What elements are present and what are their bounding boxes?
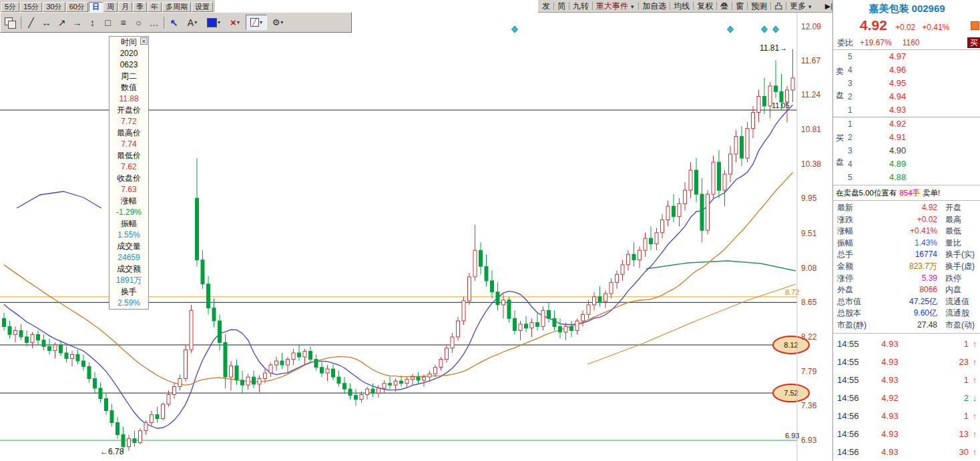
vertical-line-tool[interactable]: ↕	[85, 15, 100, 30]
rectangle-tool[interactable]: □	[100, 15, 115, 30]
chart-tool-预测[interactable]: 预测	[748, 1, 770, 12]
bid-row-4[interactable]: 44.89	[833, 157, 980, 171]
chart-tool-窗[interactable]: 窗	[733, 1, 746, 12]
stat-value: 9.60亿	[872, 308, 937, 320]
period-button-5分[interactable]: 5分	[1, 2, 19, 12]
down-arrow-icon: ↓	[969, 389, 980, 407]
trend-line-tool[interactable]: ╱	[23, 15, 39, 30]
period-button-设置[interactable]: 设置	[192, 2, 213, 12]
level-number: 1	[848, 103, 863, 117]
svg-text:9.51: 9.51	[801, 229, 817, 238]
tick-time: 14:56	[833, 407, 871, 425]
bid-row-1[interactable]: 14.92	[833, 117, 980, 131]
pin-icon[interactable]	[971, 21, 979, 30]
candle-data-tooltip[interactable]: × 时间20200623周二数值11.88开盘价7.72最高价7.74最低价7.…	[109, 36, 149, 310]
stat-value: +0.02	[872, 214, 937, 226]
chevron-down-icon: ▾	[280, 19, 283, 25]
tooltip-line: 周二	[109, 71, 148, 82]
tooltip-line: 2020	[109, 48, 148, 59]
cursor-tool[interactable]: ↖	[166, 15, 182, 30]
period-button-15分[interactable]: 15分	[20, 2, 42, 12]
close-icon[interactable]: ×	[140, 37, 148, 45]
divider	[638, 2, 639, 10]
ask-row-1[interactable]: 14.93	[833, 103, 980, 117]
buy-button[interactable]: 买	[967, 37, 980, 48]
draw-mode-button[interactable]: ╱ ▾	[246, 15, 267, 30]
bid-price: 4.88	[889, 171, 906, 184]
ask-row-2[interactable]: 24.94	[833, 90, 980, 103]
settings-button[interactable]: ⚙ ▾	[267, 15, 288, 30]
divider	[592, 2, 593, 10]
tick-row: 14:564.922↓	[833, 389, 980, 407]
level-number: 2	[848, 131, 863, 144]
stat-label: 市盈(静)	[833, 320, 872, 332]
ask-price: 4.96	[889, 63, 906, 77]
tooltip-line: 2.59%	[109, 298, 148, 309]
parallel-lines-tool[interactable]: ≡	[115, 15, 131, 30]
ask-row-5[interactable]: 54.97	[833, 50, 980, 63]
arrow-line-tool[interactable]: →	[69, 15, 85, 30]
period-button-30分[interactable]: 30分	[43, 2, 65, 12]
period-button-周[interactable]: 周	[103, 2, 117, 12]
period-button-多周期[interactable]: 多周期	[162, 2, 191, 12]
bid-row-2[interactable]: 24.91	[833, 131, 980, 144]
ask-row-4[interactable]: 44.96	[833, 63, 980, 77]
bid-row-5[interactable]: 54.88	[833, 171, 980, 184]
chevron-down-icon: ▾	[218, 19, 220, 25]
period-button-月[interactable]: 月	[118, 2, 132, 12]
stat-label-right: 跌停	[937, 273, 961, 285]
chart-tool-简[interactable]: 简	[555, 1, 568, 12]
tooltip-line: 7.62	[109, 161, 148, 173]
price-row: 4.92 +0.02 +0.41%	[833, 17, 980, 36]
ellipse-tool[interactable]: ○	[131, 15, 146, 30]
up-arrow-icon: ↑	[969, 353, 980, 371]
divider	[747, 2, 748, 10]
tick-time: 14:55	[833, 335, 871, 353]
period-button-日[interactable]: 日	[89, 2, 103, 12]
ask-price: 4.94	[889, 90, 906, 103]
tooltip-line: 最高价	[109, 127, 148, 139]
stock-code: 002969	[912, 3, 945, 14]
svg-text:8.12: 8.12	[784, 341, 798, 349]
level-number: 3	[848, 77, 863, 90]
chart-tool-重大事件[interactable]: 重大事件 ▼	[593, 1, 638, 12]
ask-row-3[interactable]: 34.95	[833, 77, 980, 90]
more-tools[interactable]: …	[146, 15, 162, 30]
text-tool[interactable]: A ▾	[182, 15, 203, 30]
period-button-季[interactable]: 季	[133, 2, 147, 12]
bid-price: 4.89	[889, 157, 906, 171]
tooltip-line: 1.55%	[109, 229, 148, 241]
tooltip-line: 11.88	[109, 93, 148, 105]
overlay-windows-icon[interactable]	[3, 15, 19, 30]
period-button-60分[interactable]: 60分	[66, 2, 88, 12]
delete-drawing-button[interactable]: × ▾	[224, 15, 246, 30]
weibi-diff: 1160	[903, 36, 920, 49]
last-price: 4.92	[860, 17, 887, 33]
chart-tool-叠[interactable]: 叠	[718, 1, 731, 12]
tick-row: 14:564.9313↑	[833, 425, 980, 443]
segment-tool[interactable]: ↔	[39, 15, 54, 30]
price-change-pct: +0.41%	[922, 23, 949, 32]
chart-tool-更多[interactable]: 更多 ▼	[787, 1, 815, 12]
chart-tool-九转[interactable]: 九转	[570, 1, 591, 12]
ray-tool[interactable]: ↗	[54, 15, 69, 30]
chart-tool-凸[interactable]: 凸	[772, 1, 785, 12]
stat-value: 4.92	[872, 202, 937, 214]
chart-tool-加自选[interactable]: 加自选	[640, 1, 669, 12]
chevron-down-icon: ▾	[260, 19, 262, 25]
color-swatch-button[interactable]: ▾	[203, 15, 224, 30]
stat-label: 涨幅	[833, 225, 872, 238]
chart-tool-均线[interactable]: 均线	[671, 1, 692, 12]
stat-row: 涨停5.39跌停	[833, 273, 980, 285]
chart-tool-复权[interactable]: 复权	[694, 1, 716, 12]
tooltip-line: 涨幅	[109, 195, 148, 207]
bid-row-3[interactable]: 34.90	[833, 144, 980, 157]
level-number: 3	[848, 144, 863, 157]
divider	[770, 2, 771, 10]
text-tool-glyph: A	[188, 17, 194, 28]
stat-row: 涨幅+0.41%最低	[833, 225, 980, 238]
stat-label-right: 内盘	[937, 284, 961, 296]
chart-tool-发[interactable]: 发	[539, 1, 553, 12]
stat-label-right: 开盘	[937, 202, 961, 214]
period-button-年[interactable]: 年	[148, 2, 162, 12]
